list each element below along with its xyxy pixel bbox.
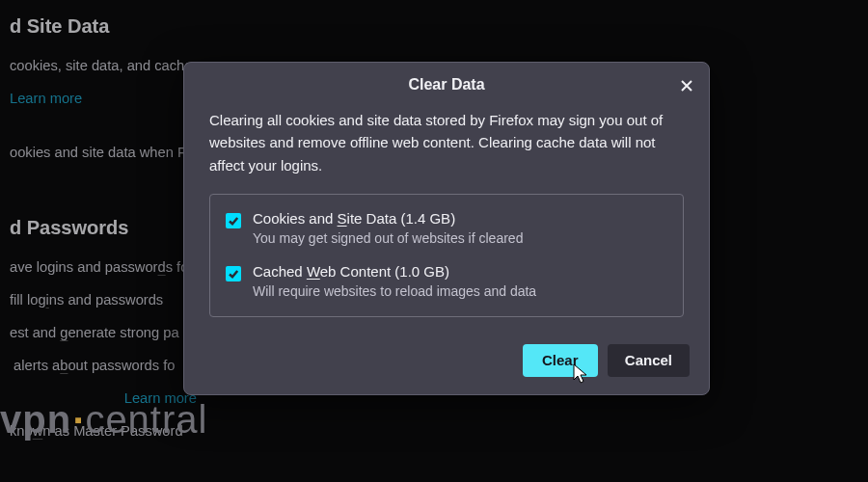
option-cookies-label: Cookies and Site Data (1.4 GB) [253, 210, 523, 227]
clear-button[interactable]: Clear [523, 344, 598, 377]
cancel-button[interactable]: Cancel [608, 344, 690, 377]
dialog-header: Clear Data [184, 63, 709, 103]
dialog-description: Clearing all cookies and site data store… [209, 109, 684, 176]
option-cached-web-content: Cached Web Content (1.0 GB) Will require… [226, 263, 667, 299]
clear-data-dialog: Clear Data Clearing all cookies and site… [183, 62, 710, 395]
dialog-body: Clearing all cookies and site data store… [184, 103, 709, 335]
dialog-title: Clear Data [408, 76, 484, 93]
dialog-footer: Clear Cancel [184, 335, 709, 394]
option-cache-sub: Will require websites to reload images a… [253, 283, 536, 299]
option-cookies-site-data: Cookies and Site Data (1.4 GB) You may g… [226, 210, 667, 246]
option-cookies-sub: You may get signed out of websites if cl… [253, 230, 523, 246]
checkbox-cache[interactable] [226, 266, 241, 281]
options-box: Cookies and Site Data (1.4 GB) You may g… [209, 194, 684, 317]
square-icon: ■ [74, 414, 82, 427]
watermark-logo: vpn ■ central [0, 398, 207, 442]
close-icon[interactable] [674, 73, 699, 98]
checkbox-cookies[interactable] [226, 213, 241, 228]
option-cache-label: Cached Web Content (1.0 GB) [253, 263, 536, 280]
